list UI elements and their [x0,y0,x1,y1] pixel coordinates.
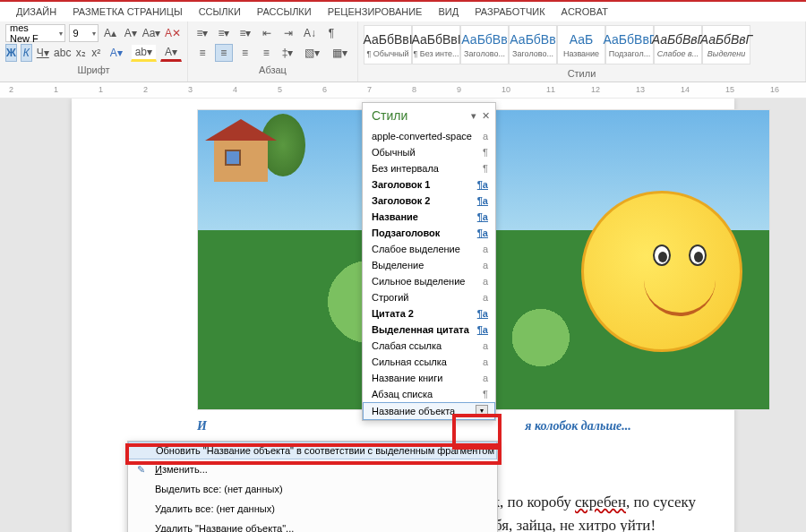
clear-format-icon[interactable]: A✕ [164,24,182,42]
numbering-icon[interactable]: ≡▾ [215,24,233,42]
bullets-icon[interactable]: ≡▾ [193,24,211,42]
style-swatch[interactable]: АаБбВвІ¶ Без инте... [412,25,460,64]
tab-view[interactable]: ВИД [438,6,459,17]
style-row[interactable]: Строгийa [363,289,495,305]
shading-icon[interactable]: ▧▾ [300,44,324,62]
styles-group-label: Стили [364,66,800,81]
styles-group: АаБбВвІ¶ ОбычныйАаБбВвІ¶ Без инте...АаБб… [358,21,806,82]
text-effects-icon[interactable]: A▾ [106,44,127,62]
style-row-selected[interactable]: Название объекта ▾ [363,402,495,420]
ctx-update-style[interactable]: Обновить "Название объекта" в соответств… [128,442,497,459]
highlight-icon[interactable]: ab▾ [131,44,157,62]
font-name-select[interactable]: mes New F▾ [5,24,65,42]
style-row[interactable]: apple-converted-spacea [363,128,495,144]
sort-icon[interactable]: A↓ [301,24,319,42]
tab-review[interactable]: РЕЦЕНЗИРОВАНИЕ [328,6,423,17]
bold-button[interactable]: Ж [5,44,17,62]
font-group-label: Шрифт [5,63,182,77]
styles-pane-title: Стили [372,108,407,123]
style-row[interactable]: Слабое выделениеa [363,241,495,257]
task-pane-options-icon[interactable]: ▾ [471,110,476,122]
ribbon-tabs: ДИЗАЙН РАЗМЕТКА СТРАНИЦЫ ССЫЛКИ РАССЫЛКИ… [0,2,806,21]
body-line[interactable]: колобок, по коробу скребен, по сусеку [448,491,806,514]
multilevel-icon[interactable]: ≡▾ [236,24,254,42]
tab-mailings[interactable]: РАССЫЛКИ [257,6,312,17]
subscript-button[interactable]: x₂ [75,44,87,62]
increase-font-icon[interactable]: A▴ [102,24,119,42]
show-marks-icon[interactable]: ¶ [322,24,340,42]
paragraph-group: ≡▾ ≡▾ ≡▾ ⇤ ⇥ A↓ ¶ ≡ ≡ ≡ ≡ ‡▾ ▧▾ ▦▾ Абзац [188,21,358,82]
change-case-icon[interactable]: Aa▾ [142,24,160,42]
horizontal-ruler[interactable]: 211234567891011121314151617 [0,82,806,99]
tab-design[interactable]: ДИЗАЙН [16,6,56,17]
style-row[interactable]: Заголовок 1¶a [363,176,495,193]
ctx-modify-style[interactable]: ✎ Изменить... [128,459,497,479]
style-row[interactable]: Абзац списка¶ [363,386,495,402]
style-swatch[interactable]: АаБбВвГСлабое в... [654,25,702,64]
align-center-icon[interactable]: ≡ [215,44,233,62]
style-row[interactable]: Выделенная цитата¶a [363,322,495,338]
decrease-font-icon[interactable]: A▾ [122,24,139,42]
style-row[interactable]: Слабая ссылкаa [363,338,495,354]
style-row[interactable]: Обычный¶ [363,144,495,160]
ctx-delete-style[interactable]: Удалить "Название объекта"... [128,519,497,532]
underline-button[interactable]: Ч▾ [36,44,50,62]
font-color-icon[interactable]: A▾ [160,44,182,62]
chevron-down-icon: ▾ [92,30,96,38]
style-row[interactable]: Название книгиa [363,370,495,386]
ctx-select-all[interactable]: Выделить все: (нет данных) [128,479,497,499]
indent-increase-icon[interactable]: ⇥ [279,24,297,42]
line-spacing-icon[interactable]: ‡▾ [279,44,296,62]
body-line[interactable]: л, от тебя, зайца, не хитро уйти! [448,514,806,532]
style-swatch[interactable]: АаБНазвание [557,25,605,64]
style-context-menu: Обновить "Название объекта" в соответств… [127,441,498,532]
style-row[interactable]: Выделениеa [363,257,495,273]
style-row[interactable]: Цитата 2¶a [363,305,495,322]
font-group: mes New F▾ 9▾ A▴ A▾ Aa▾ A✕ Ж К Ч▾ abc x₂… [0,21,188,82]
style-row[interactable]: Подзаголовок¶a [363,225,495,241]
style-swatch[interactable]: АаБбВвГПодзагол... [605,25,654,64]
superscript-button[interactable]: x² [90,44,102,62]
paragraph-group-label: Абзац [193,63,352,77]
tab-references[interactable]: ССЫЛКИ [199,6,241,17]
tab-layout[interactable]: РАЗМЕТКА СТРАНИЦЫ [73,6,182,17]
modify-icon: ✎ [133,464,148,476]
style-row[interactable]: Сильная ссылкаa [363,354,495,370]
align-right-icon[interactable]: ≡ [236,44,254,62]
style-swatch[interactable]: АаБбВвЗаголово... [460,25,509,64]
style-row[interactable]: Без интервала¶ [363,160,495,176]
tab-developer[interactable]: РАЗРАБОТЧИК [475,6,544,17]
italic-button[interactable]: К [21,44,32,62]
document-area: И И покатился колобок дальше — яя колобо… [0,99,806,532]
style-swatch[interactable]: АаБбВвЗаголово... [509,25,557,64]
strike-button[interactable]: abc [54,44,72,62]
close-icon[interactable]: ✕ [482,110,490,122]
indent-decrease-icon[interactable]: ⇤ [258,24,276,42]
style-row[interactable]: Заголовок 2¶a [363,193,495,209]
font-size-select[interactable]: 9▾ [69,24,99,42]
ribbon: mes New F▾ 9▾ A▴ A▾ Aa▾ A✕ Ж К Ч▾ abc x₂… [0,21,806,82]
style-dropdown-icon[interactable]: ▾ [476,405,488,417]
tab-acrobat[interactable]: ACROBAT [562,6,608,17]
chevron-down-icon: ▾ [59,30,63,38]
ctx-delete-all[interactable]: Удалить все: (нет данных) [128,499,497,519]
style-row[interactable]: Сильное выделениеa [363,273,495,289]
style-swatch[interactable]: АаБбВвГВыделени [702,25,750,64]
justify-icon[interactable]: ≡ [257,44,275,62]
styles-task-pane: Стили ▾ ✕ apple-converted-spaceaОбычный¶… [362,102,496,421]
align-left-icon[interactable]: ≡ [193,44,211,62]
borders-icon[interactable]: ▦▾ [328,44,352,62]
style-row[interactable]: Название¶a [363,209,495,225]
spellcheck-squiggle[interactable]: скребен [575,493,626,511]
style-swatch[interactable]: АаБбВвІ¶ Обычный [364,25,412,64]
